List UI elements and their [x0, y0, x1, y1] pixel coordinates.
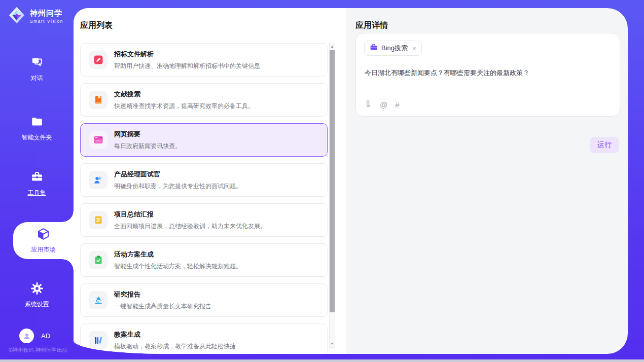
brand-name: 神州问学 [30, 9, 63, 18]
tool-chip-bing-search[interactable]: Bing搜索 × [364, 41, 422, 56]
brand-logo: 神州问学 Smart Vision [7, 6, 63, 27]
app-name: 招标文件解析 [114, 50, 260, 59]
sidebar-item-label: 对话 [31, 74, 43, 83]
hash-icon[interactable]: # [395, 100, 399, 109]
sidebar-item-chat[interactable]: 对话 [0, 56, 74, 83]
app-desc: 每日政府新闻资讯快查。 [114, 142, 181, 151]
copyright-footer: ©神州数码·神州问学出品 [0, 347, 76, 354]
at-icon[interactable]: @ [380, 100, 387, 109]
bid-doc-icon [89, 51, 108, 69]
user-account[interactable]: AD [19, 329, 50, 343]
content-area: 应用列表 招标文件解析 帮助用户快速、准确地理解和解析招标书中的关键信息 [74, 8, 628, 354]
app-name: 项目总结汇报 [114, 210, 266, 219]
brand-subtitle: Smart Vision [30, 19, 63, 24]
app-desc: 明确身份和职责，为您提供专业性的面试问题。 [114, 182, 242, 191]
query-input[interactable]: 今日湖北有哪些新闻要点？有哪些需要关注的最新政策？ [365, 68, 612, 78]
app-name: 产品经理面试官 [114, 170, 242, 179]
app-card-research-report[interactable]: 研究报告 一键智能生成高质量长文本研究报告 [80, 283, 328, 317]
user-name: AD [41, 332, 50, 340]
composer-toolbar: @ # [365, 99, 400, 110]
scroll-down-icon[interactable]: ▼ [330, 341, 335, 347]
app-name: 文献搜索 [114, 90, 254, 99]
tool-chip-label: Bing搜索 [381, 44, 408, 53]
note-icon [89, 211, 108, 229]
cube-icon [37, 227, 50, 243]
toolbox-icon [30, 170, 44, 186]
sidebar-item-label: 应用市场 [31, 245, 56, 254]
sidebar-item-app-market[interactable]: 应用市场 [13, 222, 74, 259]
gear-icon [30, 282, 44, 297]
avatar [19, 329, 34, 343]
book-icon [89, 91, 108, 109]
prompt-card[interactable]: Bing搜索 × 今日湖北有哪些新闻要点？有哪些需要关注的最新政策？ @ # [355, 33, 620, 117]
sidebar: 神州问学 Smart Vision 对话 [0, 0, 74, 362]
app-desc: 全面回顾项目进展，总结经验教训，助力未来优化发展。 [114, 222, 266, 231]
app-card-pm-interviewer[interactable]: 产品经理面试官 明确身份和职责，为您提供专业性的面试问题。 [80, 163, 328, 197]
app-desc: 帮助用户快速、准确地理解和解析招标书中的关键信息 [114, 62, 260, 70]
chat-icon [30, 56, 44, 71]
app-desc: 模板驱动，教案秒成，教学准备从此轻松快捷 [114, 342, 236, 351]
web-page-icon: </> [89, 131, 108, 149]
interviewer-icon [89, 171, 108, 189]
folder-icon [30, 115, 44, 130]
scroll-up-icon[interactable]: ▲ [330, 44, 335, 50]
app-detail-panel: 应用详情 Bing搜索 × 今日湖北有哪些新闻要点？有哪些需要关注的最新政策？ [346, 8, 628, 354]
sidebar-item-smart-folder[interactable]: 智能文件夹 [0, 115, 74, 142]
app-list: 招标文件解析 帮助用户快速、准确地理解和解析招标书中的关键信息 文献搜索 [80, 43, 328, 354]
chip-close-icon[interactable]: × [412, 45, 416, 52]
app-card-lesson-plan[interactable]: 教案生成 模板驱动，教案秒成，教学准备从此轻松快捷 [80, 323, 328, 354]
app-card-project-summary[interactable]: 项目总结汇报 全面回顾项目进展，总结经验教训，助力未来优化发展。 [80, 203, 328, 237]
app-card-event-plan[interactable]: 活动方案生成 智能生成个性化活动方案，轻松解决规划难题。 [80, 243, 328, 277]
sidebar-item-label: 智能文件夹 [22, 133, 52, 142]
microscope-icon [89, 291, 108, 309]
sidebar-item-label: 系统设置 [25, 300, 49, 309]
app-name: 活动方案生成 [114, 250, 242, 259]
sidebar-item-label: 工具集 [28, 189, 46, 197]
window-bottom-edge [0, 359, 644, 362]
app-desc: 一键智能生成高质量长文本研究报告 [114, 302, 211, 311]
sidebar-item-toolset[interactable]: 工具集 [0, 170, 74, 197]
app-card-bid-parse[interactable]: 招标文件解析 帮助用户快速、准确地理解和解析招标书中的关键信息 [80, 43, 328, 77]
list-scrollbar[interactable]: ▲ ▼ [329, 43, 335, 348]
app-desc: 快速精准查找学术资源，提高研究效率的必备工具。 [114, 102, 254, 111]
app-name: 研究报告 [114, 290, 211, 299]
briefcase-icon [370, 43, 378, 53]
sidebar-item-settings[interactable]: 系统设置 [0, 282, 74, 309]
run-button[interactable]: 运行 [590, 137, 619, 153]
app-detail-title: 应用详情 [355, 20, 388, 31]
app-card-web-summary[interactable]: </> 网页摘要 每日政府新闻资讯快查。 [80, 123, 328, 157]
app-card-literature-search[interactable]: 文献搜索 快速精准查找学术资源，提高研究效率的必备工具。 [80, 83, 328, 117]
app-name: 教案生成 [114, 330, 236, 339]
svg-text:</>: </> [96, 139, 101, 142]
paperclip-icon[interactable] [365, 99, 372, 110]
app-list-panel: 应用列表 招标文件解析 帮助用户快速、准确地理解和解析招标书中的关键信息 [74, 8, 346, 354]
app-window: 神州问学 Smart Vision 对话 [0, 0, 644, 362]
app-list-title: 应用列表 [80, 20, 113, 31]
app-name: 网页摘要 [114, 130, 181, 139]
books-icon [89, 331, 108, 349]
scrollbar-thumb[interactable] [330, 50, 335, 312]
diamond-logo-icon [7, 6, 26, 27]
clipboard-check-icon [89, 251, 108, 269]
app-desc: 智能生成个性化活动方案，轻松解决规划难题。 [114, 262, 242, 271]
sidebar-nav: 对话 智能文件夹 [0, 56, 74, 309]
